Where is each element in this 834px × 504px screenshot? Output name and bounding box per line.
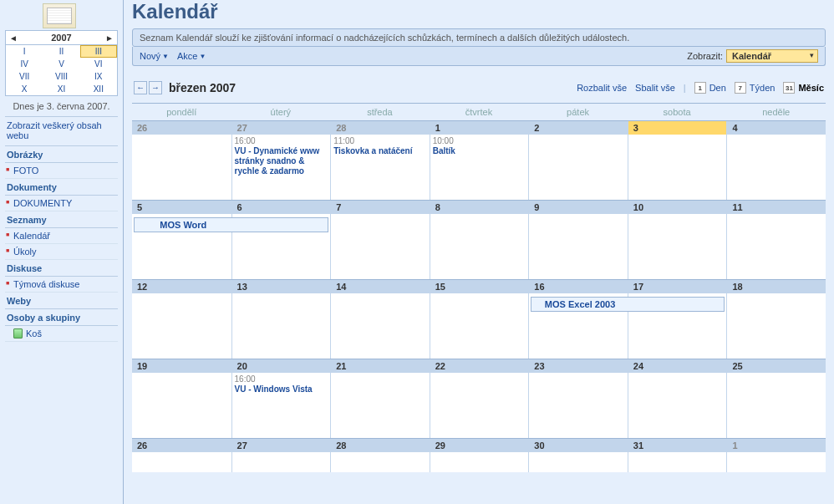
month-picker-item[interactable]: III bbox=[80, 45, 117, 58]
nav-item-foto[interactable]: FOTO bbox=[5, 163, 118, 179]
calendar-event-span-continuation[interactable] bbox=[231, 217, 329, 232]
day-cell[interactable]: 24 bbox=[628, 359, 727, 438]
day-cell[interactable]: 2 bbox=[528, 121, 628, 200]
day-cell[interactable]: 9 bbox=[528, 201, 628, 279]
day-cell[interactable]: 4 bbox=[726, 121, 826, 200]
day-cell[interactable]: 19 bbox=[132, 359, 231, 438]
day-number: 15 bbox=[430, 280, 529, 293]
day-cell[interactable]: 110:00Baltík bbox=[430, 121, 529, 200]
dayofweek-header-row: pondělíúterýstředačtvrtekpáteksobotanedě… bbox=[132, 104, 826, 120]
day-cell[interactable]: 17 bbox=[628, 280, 727, 359]
view-select[interactable]: Kalendář bbox=[726, 49, 818, 63]
month-picker-item[interactable]: I bbox=[6, 45, 43, 58]
month-title: březen 2007 bbox=[169, 81, 236, 94]
day-number: 24 bbox=[628, 359, 727, 373]
day-cell[interactable]: 12 bbox=[132, 280, 231, 359]
year-label: 2007 bbox=[51, 33, 71, 43]
month-picker-item[interactable]: VIII bbox=[43, 70, 79, 83]
day-cell[interactable]: 18 bbox=[726, 280, 826, 359]
day-number: 5 bbox=[132, 201, 231, 214]
month-picker-item[interactable]: VI bbox=[80, 58, 117, 70]
day-cell[interactable]: 31 bbox=[628, 439, 727, 472]
expand-all-link[interactable]: Rozbalit vše bbox=[577, 83, 627, 93]
month-view-label: Měsíc bbox=[798, 83, 824, 93]
day-cell[interactable]: 8 bbox=[430, 201, 529, 279]
month-picker-item[interactable]: XI bbox=[43, 83, 79, 95]
day-cell[interactable]: 2716:00VU - Dynamické www stránky snadno… bbox=[231, 121, 331, 200]
event-title: Tiskovka a natáčení bbox=[333, 146, 412, 155]
month-view-button[interactable]: 31 Měsíc bbox=[783, 82, 824, 94]
month-picker-item[interactable]: IX bbox=[80, 70, 117, 83]
nav-section-discussion: Diskuse bbox=[5, 260, 118, 277]
day-cell[interactable]: 11 bbox=[726, 201, 826, 279]
calendar-event-span[interactable]: MOS Word bbox=[134, 217, 232, 232]
recycle-bin-icon bbox=[13, 328, 23, 339]
caret-down-icon: ▼ bbox=[199, 53, 206, 60]
month-picker-item[interactable]: X bbox=[6, 83, 43, 95]
day-cell[interactable]: 26 bbox=[132, 121, 231, 200]
next-year-button[interactable]: ► bbox=[105, 33, 114, 43]
page-description: Seznam Kalendář slouží ke zjišťování inf… bbox=[132, 28, 826, 47]
day-number: 22 bbox=[430, 359, 529, 373]
prev-month-button[interactable]: ← bbox=[134, 81, 147, 94]
day-cell[interactable]: 6 bbox=[231, 201, 331, 279]
nav-section-documents: Dokumenty bbox=[5, 179, 118, 196]
day-cell[interactable]: 28 bbox=[330, 439, 430, 472]
week-row: 5MOS Word6 7891011 bbox=[132, 200, 826, 279]
calendar-event[interactable]: 16:00VU - Dynamické www stránky snadno &… bbox=[235, 136, 328, 176]
day-cell[interactable]: 2016:00VU - Windows Vista bbox=[231, 359, 331, 438]
day-view-button[interactable]: 1 Den bbox=[694, 82, 726, 94]
month-picker-item[interactable]: IV bbox=[6, 58, 43, 70]
month-picker-item[interactable]: II bbox=[43, 45, 79, 58]
next-month-button[interactable]: → bbox=[149, 81, 162, 94]
today-text: Dnes je 3. června 2007. bbox=[5, 96, 118, 117]
day-cell[interactable]: 25 bbox=[726, 359, 826, 438]
day-cell[interactable]: 30 bbox=[528, 439, 628, 472]
day-cell[interactable]: 29 bbox=[430, 439, 529, 472]
day-number: 7 bbox=[331, 201, 430, 214]
day-cell[interactable]: 3 bbox=[628, 121, 727, 200]
nav-item-kos[interactable]: Koš bbox=[5, 326, 118, 342]
day-cell[interactable]: 15 bbox=[430, 280, 529, 359]
calendar-event[interactable]: 10:00Baltík bbox=[433, 136, 526, 156]
day-cell[interactable]: 5MOS Word bbox=[132, 201, 231, 279]
week-view-button[interactable]: 7 Týden bbox=[735, 82, 776, 94]
collapse-all-link[interactable]: Sbalit vše bbox=[635, 83, 675, 93]
nav-item-kalendar[interactable]: Kalendář bbox=[5, 228, 118, 244]
day-cell[interactable]: 7 bbox=[330, 201, 430, 279]
calendar-event-span-continuation[interactable] bbox=[628, 297, 725, 312]
show-all-content-link[interactable]: Zobrazit veškerý obsah webu bbox=[5, 117, 118, 146]
day-number: 20 bbox=[232, 359, 331, 373]
day-number: 19 bbox=[132, 359, 231, 373]
day-cell[interactable]: 21 bbox=[330, 359, 430, 438]
year-navigator: ◄ 2007 ► bbox=[5, 30, 118, 45]
day-cell[interactable]: 16MOS Excel 2003 bbox=[528, 280, 628, 359]
day-view-label: Den bbox=[709, 83, 726, 93]
day-cell[interactable]: 27 bbox=[231, 439, 331, 472]
new-button[interactable]: Nový▼ bbox=[140, 51, 169, 61]
week-row: 2627282930311 bbox=[132, 438, 826, 472]
day-cell[interactable]: 23 bbox=[528, 359, 628, 438]
month-picker-item[interactable]: V bbox=[43, 58, 79, 70]
nav-section-people[interactable]: Osoby a skupiny bbox=[5, 309, 118, 326]
day-cell[interactable]: 10 bbox=[628, 201, 727, 279]
actions-button[interactable]: Akce▼ bbox=[177, 51, 206, 61]
calendar-event[interactable]: 11:00Tiskovka a natáčení bbox=[333, 136, 427, 156]
month-picker-item[interactable]: XII bbox=[80, 83, 117, 95]
day-number: 23 bbox=[529, 359, 628, 373]
day-cell[interactable]: 1 bbox=[726, 439, 826, 472]
nav-item-dokumenty[interactable]: DOKUMENTY bbox=[5, 196, 118, 211]
day-cell[interactable]: 26 bbox=[132, 439, 231, 472]
nav-section-sites[interactable]: Weby bbox=[5, 293, 118, 309]
dayofweek-header: čtvrtek bbox=[430, 104, 529, 120]
day-cell[interactable]: 22 bbox=[430, 359, 529, 438]
calendar-event[interactable]: 16:00VU - Windows Vista bbox=[235, 374, 328, 395]
calendar-event-span[interactable]: MOS Excel 2003 bbox=[531, 297, 628, 312]
day-cell[interactable]: 13 bbox=[231, 280, 331, 359]
month-picker-item[interactable]: VII bbox=[6, 70, 43, 83]
prev-year-button[interactable]: ◄ bbox=[9, 33, 18, 43]
nav-item-ukoly[interactable]: Úkoly bbox=[5, 244, 118, 260]
day-cell[interactable]: 2811:00Tiskovka a natáčení bbox=[330, 121, 430, 200]
nav-item-tymova-diskuse[interactable]: Týmová diskuse bbox=[5, 277, 118, 293]
day-cell[interactable]: 14 bbox=[330, 280, 430, 359]
